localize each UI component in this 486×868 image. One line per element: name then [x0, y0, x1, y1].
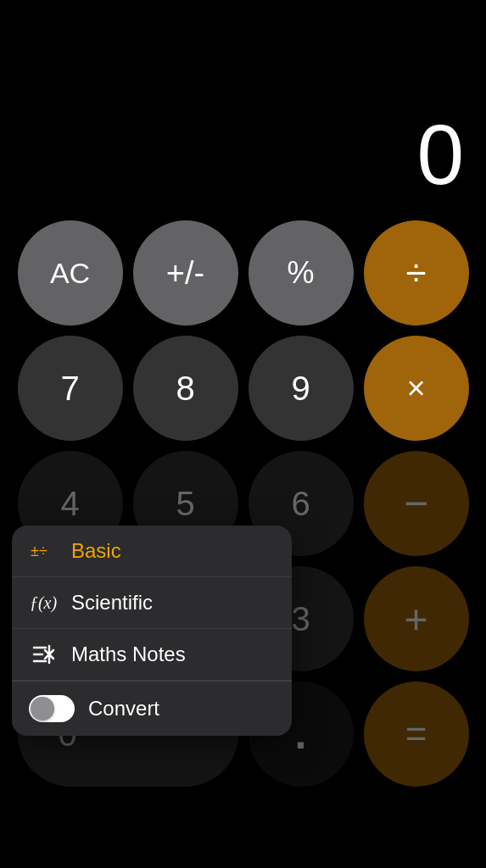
scientific-label: Scientific [71, 591, 153, 615]
plus-minus-button[interactable]: +/- [133, 220, 238, 326]
basic-icon: ±÷ [29, 541, 58, 561]
divide-button[interactable]: ÷ [364, 220, 469, 326]
plus-button[interactable]: + [364, 566, 469, 671]
context-menu: ±÷ Basic ƒ(x) Scientific Maths Notes [12, 526, 292, 736]
eight-button[interactable]: 8 [133, 336, 238, 441]
scientific-icon: ƒ(x) [29, 593, 58, 613]
row-1: AC +/- % ÷ [14, 220, 472, 326]
ac-button[interactable]: AC [18, 220, 123, 326]
equals-button[interactable]: = [364, 682, 469, 787]
menu-item-basic[interactable]: ±÷ Basic [12, 526, 292, 577]
percent-button[interactable]: % [249, 220, 354, 326]
convert-label: Convert [88, 697, 159, 721]
menu-item-scientific[interactable]: ƒ(x) Scientific [12, 577, 292, 629]
basic-label: Basic [71, 539, 121, 563]
menu-item-maths-notes[interactable]: Maths Notes [12, 629, 292, 681]
display-number: 0 [416, 106, 462, 203]
seven-button[interactable]: 7 [18, 336, 123, 441]
menu-item-convert[interactable]: Convert [12, 682, 292, 736]
maths-notes-icon [29, 643, 58, 666]
nine-button[interactable]: 9 [249, 336, 354, 441]
maths-notes-label: Maths Notes [71, 643, 186, 666]
minus-button[interactable]: − [364, 451, 469, 556]
toggle-knob [31, 697, 54, 721]
svg-text:±÷: ±÷ [31, 542, 47, 559]
row-2: 7 8 9 × [14, 336, 472, 441]
display-area: 0 [0, 0, 486, 220]
convert-toggle[interactable] [29, 695, 75, 722]
multiply-button[interactable]: × [364, 336, 469, 441]
